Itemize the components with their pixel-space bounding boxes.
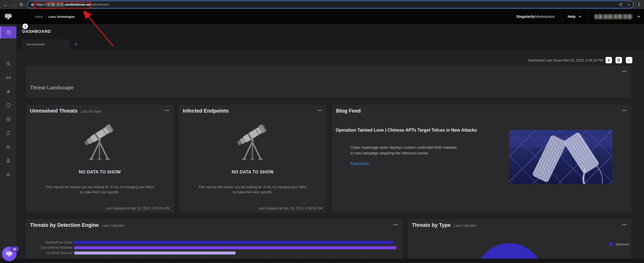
legend-swatch	[609, 243, 613, 247]
url-text: https:// .sentinelone.net /dashboard	[36, 2, 109, 6]
threats-by-detection-engine-card: Threats by Detection Engine Last 3 Month…	[26, 219, 402, 263]
breadcrumb-separator: /	[45, 15, 46, 18]
notification-badge[interactable]: 22	[10, 247, 19, 252]
screenshot-root: ← → ↻ https:// .sentinelone.net /dashboa…	[0, 0, 644, 263]
bar-chart-icon	[6, 144, 11, 149]
add-widget-button[interactable]: +	[606, 57, 612, 63]
help-menu[interactable]: Help	[568, 14, 582, 19]
sliders-icon	[6, 172, 11, 177]
monitor-check-icon	[6, 158, 11, 163]
browser-address-bar[interactable]: https:// .sentinelone.net /dashboard ☆	[28, 1, 633, 8]
dashboard-gauge-icon	[6, 30, 11, 35]
last-updated-text: Last Updated at Mar 23, 2023, 3:55:54 PM	[258, 207, 322, 210]
bar-user-defined-blacklist[interactable]	[74, 246, 396, 249]
search-icon	[6, 61, 11, 66]
card-menu-icon[interactable]: •••	[318, 109, 322, 112]
browser-refresh-button[interactable]: ↻	[18, 0, 25, 9]
url-domain: .sentinelone.net	[64, 2, 91, 6]
pie-legend: Malware	[609, 242, 629, 247]
broadcast-icon	[6, 75, 11, 80]
bar-track	[74, 241, 396, 244]
sidebar-expand-button[interactable]	[22, 23, 28, 29]
help-label: Help	[568, 14, 576, 19]
bookmark-star-icon[interactable]: ☆	[627, 2, 630, 7]
chevron-down-icon	[578, 16, 582, 17]
sidebar-item-reports[interactable]	[0, 141, 16, 153]
sidebar-item-network[interactable]	[0, 72, 16, 84]
bar-label: SentinelOne Cloud	[26, 241, 72, 244]
card-menu-icon[interactable]: •••	[622, 70, 627, 73]
sidebar-item-packages[interactable]	[0, 113, 16, 125]
header-right: Singularity Marketplace Help	[516, 9, 640, 24]
address-bar-actions: ☆	[618, 1, 630, 8]
header-divider	[588, 11, 588, 22]
bar-row: On-Write Static AI	[26, 251, 402, 255]
sidebar-item-singularity[interactable]	[0, 86, 16, 98]
infected-endpoints-card: Infected Endpoints ••• NO DATA TO SHOW T	[179, 105, 326, 213]
dashboard-more-button[interactable]: •••	[626, 57, 632, 63]
viewport-bottom-edge	[0, 259, 644, 263]
read-more-link[interactable]: Read More	[350, 162, 369, 166]
card-menu-icon[interactable]: •••	[165, 109, 169, 112]
card-menu-icon[interactable]: •••	[622, 223, 627, 227]
browser-menu-icon[interactable]: ⋮	[636, 0, 642, 9]
blog-article-image[interactable]	[509, 130, 612, 184]
bar-row: SentinelOne Cloud	[26, 241, 402, 244]
telescope-illustration	[79, 116, 120, 163]
add-dashboard-tab-button[interactable]: +	[71, 39, 81, 49]
chevron-down-icon	[637, 16, 640, 17]
sidebar-item-protection[interactable]	[0, 99, 16, 111]
card-menu-icon[interactable]: •••	[394, 223, 398, 227]
url-scheme: https://	[36, 2, 46, 6]
browser-back-button[interactable]: ←	[2, 0, 10, 9]
breadcrumb-scope[interactable]: Global	[35, 15, 43, 18]
marketplace-link[interactable]: Singularity Marketplace	[516, 14, 555, 19]
card-menu-icon[interactable]: •••	[622, 109, 627, 112]
threat-landscape-title: Threat Landscape	[30, 85, 74, 91]
blog-feed-card: Blog Feed ••• Operation Tainted Love | C…	[332, 105, 631, 213]
sidebar-item-search[interactable]	[0, 58, 16, 70]
sidebar-item-settings[interactable]	[0, 169, 16, 181]
redacted-account-name	[594, 14, 632, 19]
sentinelone-logo-icon	[6, 251, 13, 257]
page-header-area: DASHBOARD New Dashboard +	[16, 24, 644, 49]
sidebar-item-sync[interactable]	[0, 127, 16, 139]
bar-row: User-Defined Blacklist	[26, 246, 402, 250]
threat-landscape-card: ••• Threat Landscape	[26, 66, 631, 98]
redacted-url-subdomain	[47, 3, 64, 6]
bar-label: On-Write Static AI	[26, 251, 72, 255]
delete-dashboard-button[interactable]	[616, 57, 622, 63]
sidebar-item-monitoring[interactable]	[0, 155, 16, 167]
share-icon[interactable]	[618, 2, 623, 6]
breadcrumb-site[interactable]: Lumu Technologies	[48, 15, 75, 18]
sentinelone-logo[interactable]	[0, 9, 16, 24]
telescope-illustration	[232, 116, 273, 163]
card-period: Last 30 Days	[80, 109, 102, 113]
sidebar-item-dashboard[interactable]	[0, 26, 16, 38]
card-title: Infected Endpoints	[183, 108, 229, 114]
no-data-message: NO DATA TO SHOW	[179, 170, 326, 175]
card-period: Last 3 Months	[102, 224, 124, 228]
lock-icon[interactable]	[31, 2, 34, 7]
account-menu[interactable]	[594, 14, 640, 19]
sync-arrows-icon	[6, 131, 11, 136]
cube-icon	[6, 117, 11, 122]
bar-sentinelone-cloud[interactable]	[74, 241, 393, 244]
bar-label: User-Defined Blacklist	[26, 246, 72, 250]
card-period: Last 3 Months	[454, 224, 476, 228]
no-data-hint: This may be the answer you are looking f…	[198, 185, 308, 195]
bar-on-write-static-ai[interactable]	[74, 252, 236, 255]
last-updated-text: Last Updated at Mar 23, 2023, 3:55:54 PM	[106, 207, 170, 210]
blog-article-title[interactable]: Operation Tainted Love | Chinese APTs Ta…	[336, 128, 477, 133]
asterisk-star-icon	[6, 89, 11, 94]
dashboard-actions-row: Dashboard Last Saved Mar 23, 2023, 3:45:…	[16, 56, 644, 65]
url-path: /dashboard	[91, 2, 109, 6]
sidebar-nav	[0, 24, 16, 263]
page-title: DASHBOARD	[22, 29, 51, 34]
shield-icon	[6, 103, 11, 108]
tab-new-dashboard[interactable]: New Dashboard	[22, 39, 70, 49]
bar-track	[74, 252, 396, 255]
legend-label[interactable]: Malware	[616, 242, 629, 247]
browser-forward-button[interactable]: →	[10, 0, 17, 9]
no-data-message: NO DATA TO SHOW	[26, 170, 174, 175]
